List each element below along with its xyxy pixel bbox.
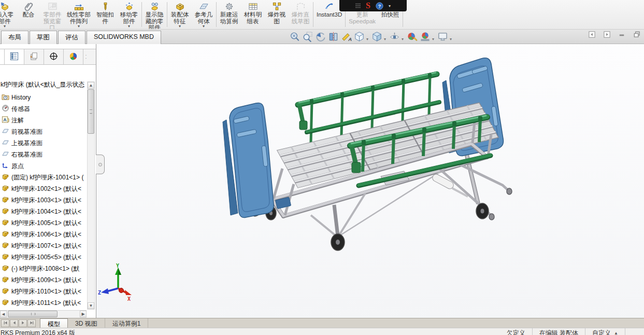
previous-view-button[interactable] xyxy=(314,31,327,44)
dropdown-caret-icon[interactable]: ▾ xyxy=(4,24,6,29)
prev-tab-button[interactable] xyxy=(10,319,18,327)
help-icon[interactable]: ? xyxy=(376,2,383,10)
annotation-views-button[interactable]: A xyxy=(340,31,353,44)
edit-appearance-button[interactable] xyxy=(406,31,419,44)
nav-prev-icon xyxy=(12,319,17,327)
minimize-button[interactable] xyxy=(618,31,626,39)
part-icon xyxy=(2,253,9,262)
tree-item[interactable]: kf护理床-1003<1> (默认< xyxy=(0,194,87,206)
tree-vertical-scrollbar[interactable]: ▲ ▼ xyxy=(87,81,95,310)
tree-item[interactable]: kf护理床-1006<1> (默认< xyxy=(0,229,87,240)
hide-show-items-button[interactable] xyxy=(388,31,401,44)
tree-item[interactable]: (-) kf护理床-1008<1> (默 xyxy=(0,263,87,274)
view-orientation-button[interactable] xyxy=(353,31,366,44)
zoom-to-area-button[interactable] xyxy=(301,31,314,44)
dropdown-caret-icon[interactable]: ▾ xyxy=(179,24,181,29)
explode-line-sketch-button[interactable]: 爆炸直 线草图 xyxy=(289,1,312,29)
featuremanager-tab[interactable] xyxy=(5,49,24,64)
collapse-left-pane-button[interactable] xyxy=(588,31,596,39)
svg-text:A: A xyxy=(348,36,352,42)
tree-item[interactable]: kf护理床-1004<1> (默认< xyxy=(0,206,87,217)
dropdown-caret-icon[interactable]: ▾ xyxy=(78,24,80,29)
tree-item[interactable]: kf护理床-1009<1> (默认< xyxy=(0,274,87,286)
scrollbar-thumb[interactable] xyxy=(8,311,58,317)
restore-button[interactable] xyxy=(633,31,641,39)
tree-item[interactable]: kf护理床-1010<1> (默认< xyxy=(0,286,87,297)
linear-component-pattern-button[interactable]: 线性零部 件阵列 ▾ xyxy=(64,1,93,29)
tree-item[interactable]: 上视基准面 xyxy=(0,137,87,149)
scroll-right-icon[interactable]: ▶ xyxy=(80,311,87,317)
svg-text:?: ? xyxy=(378,3,381,8)
dropdown-caret-icon[interactable]: ▾ xyxy=(432,37,434,41)
graphics-viewport[interactable]: Y Z X xyxy=(96,44,644,318)
next-tab-button[interactable] xyxy=(19,319,27,327)
tab-model[interactable]: 模型 xyxy=(40,318,68,328)
scroll-left-icon[interactable]: ◀ xyxy=(0,311,7,317)
apply-scene-button[interactable] xyxy=(419,31,432,44)
tab-3d-views[interactable]: 3D 视图 xyxy=(68,318,105,328)
tab-evaluate[interactable]: 评估 xyxy=(58,31,85,45)
mate-button[interactable]: 配合 xyxy=(17,1,40,29)
tree-horizontal-scrollbar[interactable]: ◀ ▶ xyxy=(0,310,87,318)
display-style-button[interactable] xyxy=(370,31,383,44)
expand-right-pane-button[interactable] xyxy=(603,31,611,39)
show-hidden-components-button[interactable]: 显示隐 藏的零 部件 xyxy=(142,1,166,29)
expand-up-icon[interactable]: ▲ xyxy=(614,331,618,335)
exploded-view-button[interactable]: 爆炸视 图 xyxy=(265,1,289,29)
configurationmanager-tab[interactable] xyxy=(24,49,44,64)
tab-motion-study[interactable]: 运动算例1 xyxy=(105,318,149,328)
model-3d-nursing-bed[interactable] xyxy=(205,44,523,257)
dimxpertmanager-tab[interactable] xyxy=(44,49,64,64)
tab-layout[interactable]: 布局 xyxy=(1,31,28,45)
panel-tab-overflow-icon[interactable]: ⁚ xyxy=(83,49,89,64)
tree-item[interactable]: 传感器 xyxy=(0,103,87,115)
tree-item[interactable]: kf护理床-1007<1> (默认< xyxy=(0,240,87,252)
dropdown-caret-icon[interactable]: ▾ xyxy=(384,37,386,41)
assembly-features-button[interactable]: 装配体 特征 ▾ xyxy=(168,1,192,29)
new-motion-study-button[interactable]: 新建运 动算例 xyxy=(217,1,241,29)
insert-component-button[interactable]: 插入零 部件 ▾ xyxy=(0,1,17,29)
dropdown-caret-icon[interactable]: ▾ xyxy=(203,24,205,29)
section-view-button[interactable] xyxy=(327,31,340,44)
dropdown-caret-icon[interactable]: ▾ xyxy=(450,37,452,41)
dropdown-caret-icon[interactable]: ▾ xyxy=(402,37,404,41)
drag-handle-icon[interactable] xyxy=(355,3,361,8)
headboard-panel[interactable] xyxy=(223,103,291,217)
bill-of-materials-button[interactable]: 材料明 细表 xyxy=(241,1,265,29)
panel-splitter-handle[interactable] xyxy=(96,155,105,174)
solidworks-logo-icon: S xyxy=(366,2,370,10)
dropdown-caret-icon[interactable]: ▾ xyxy=(366,37,368,41)
tree-root-item[interactable]: kf护理床 (默认<默认_显示状态 xyxy=(1,80,87,89)
tree-item[interactable]: kf护理床-1005<1> (默认< xyxy=(0,217,87,229)
tab-sketch[interactable]: 草图 xyxy=(30,31,57,45)
casters[interactable] xyxy=(249,202,489,250)
clipped-tab[interactable] xyxy=(0,49,5,64)
tree-item[interactable]: kf护理床-1002<1> (默认< xyxy=(0,183,87,194)
overlay-caret-icon[interactable]: ▾ xyxy=(389,4,391,8)
move-component-button[interactable]: 移动零 部件 ▾ xyxy=(117,1,141,29)
scroll-down-icon[interactable]: ▼ xyxy=(88,302,94,309)
component-preview-window-button[interactable]: 零部件 预览窗 口 xyxy=(40,1,64,29)
quick-access-overlay-bar[interactable]: S ? ▾ xyxy=(339,0,407,11)
tree-item[interactable]: 原点 xyxy=(0,160,87,172)
displaymanager-tab[interactable] xyxy=(64,49,83,64)
smart-fasteners-button[interactable]: 智能扣 件 xyxy=(93,1,117,29)
featuremanager-tab-strip: ⁚ xyxy=(0,49,96,65)
tree-item[interactable]: History xyxy=(0,92,87,103)
tree-item[interactable]: kf护理床-1011<1> (默认< xyxy=(0,297,87,309)
last-tab-button[interactable] xyxy=(27,319,36,327)
reference-geometry-button[interactable]: 参考几 何体 ▾ xyxy=(192,1,216,29)
linear-pattern-icon xyxy=(74,2,84,11)
view-settings-button[interactable] xyxy=(436,31,449,44)
dropdown-caret-icon[interactable]: ▾ xyxy=(128,24,130,29)
zoom-to-fit-button[interactable] xyxy=(288,31,301,44)
tab-solidworks-mbd[interactable]: SOLIDWORKS MBD xyxy=(87,31,161,45)
scroll-up-icon[interactable]: ▲ xyxy=(88,82,94,89)
tree-item[interactable]: kf护理床-1005<5> (默认< xyxy=(0,252,87,263)
scrollbar-thumb[interactable] xyxy=(88,89,94,134)
tree-item[interactable]: A 注解 xyxy=(0,115,87,126)
first-tab-button[interactable] xyxy=(1,319,9,327)
tree-item[interactable]: (固定) kf护理床-1001<1> ( xyxy=(0,172,87,183)
tree-item[interactable]: 前视基准面 xyxy=(0,126,87,137)
tree-item[interactable]: 右视基准面 xyxy=(0,149,87,160)
